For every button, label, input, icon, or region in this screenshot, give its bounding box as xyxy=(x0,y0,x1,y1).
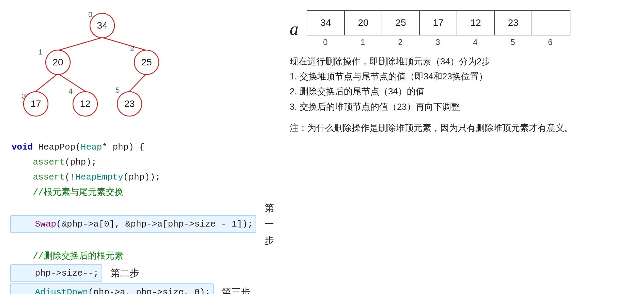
array-cell-2: 25 xyxy=(382,11,420,35)
svg-line-1 xyxy=(102,37,147,50)
svg-line-2 xyxy=(36,74,58,91)
code-function-sig: void HeapPop(Heap* php) { xyxy=(10,140,276,155)
array-index-2: 2 xyxy=(382,37,419,47)
array-cell-3: 17 xyxy=(420,11,457,35)
array-cell-4: 12 xyxy=(457,11,495,35)
array-index-0: 0 xyxy=(307,37,344,47)
svg-text:1: 1 xyxy=(38,48,42,56)
array-index-1: 1 xyxy=(344,37,382,47)
desc-line2: 1. 交换堆顶节点与尾节点的值（即34和23换位置） xyxy=(290,69,634,84)
description-block: 现在进行删除操作，即删除堆顶元素（34）分为2步 1. 交换堆顶节点与尾节点的值… xyxy=(290,54,634,114)
code-size-line: php->size--; 第二步 xyxy=(10,264,276,283)
array-cells: 34 20 25 17 12 23 xyxy=(307,10,570,35)
desc-line3: 2. 删除交换后的尾节点（34）的值 xyxy=(290,84,634,99)
array-cell-6 xyxy=(532,11,570,35)
desc-line1: 现在进行删除操作，即删除堆顶元素（34）分为2步 xyxy=(290,54,634,69)
step1-label: 第一步 xyxy=(264,200,276,249)
array-index-3: 3 xyxy=(419,37,457,47)
array-cell-0: 34 xyxy=(307,11,345,35)
tree-diagram: 34 0 20 1 25 2 17 3 12 4 xyxy=(17,7,187,136)
note-text: 注：为什么删除操作是删除堆顶元素，因为只有删除堆顶元素才有意义。 xyxy=(290,121,634,135)
array-wrapper: 34 20 25 17 12 23 0 1 2 3 4 5 6 xyxy=(307,10,570,47)
step2-label: 第二步 xyxy=(110,265,139,281)
svg-text:2: 2 xyxy=(130,44,134,53)
code-block: void HeapPop(Heap* php) { assert(php); a… xyxy=(10,140,276,294)
code-swap-line: Swap(&php->a[0], &php->a[php->size - 1])… xyxy=(10,200,276,249)
svg-text:25: 25 xyxy=(141,57,152,67)
note-block: 注：为什么删除操作是删除堆顶元素，因为只有删除堆顶元素才有意义。 xyxy=(290,121,634,135)
svg-text:5: 5 xyxy=(116,86,120,94)
array-indices: 0 1 2 3 4 5 6 xyxy=(307,37,570,47)
array-cell-1: 20 xyxy=(345,11,382,35)
code-assert2: assert(!HeapEmpty(php)); xyxy=(10,170,276,185)
array-cell-5: 23 xyxy=(495,11,532,35)
array-label: a xyxy=(290,19,298,39)
svg-line-0 xyxy=(58,37,102,50)
svg-line-4 xyxy=(129,74,147,91)
svg-text:0: 0 xyxy=(88,10,92,19)
svg-text:12: 12 xyxy=(80,98,90,109)
code-adjust-line: AdjustDown(php->a, php->size, 0); 第三步 xyxy=(10,283,276,294)
code-comment1: //根元素与尾元素交换 xyxy=(10,185,276,200)
svg-text:34: 34 xyxy=(97,20,107,31)
array-index-6: 6 xyxy=(532,37,569,47)
svg-text:20: 20 xyxy=(52,57,63,67)
code-comment2: //删除交换后的根元素 xyxy=(10,249,276,264)
step3-label: 第三步 xyxy=(222,284,250,294)
array-section: a 34 20 25 17 12 23 0 1 2 3 4 5 xyxy=(290,10,634,47)
code-assert1: assert(php); xyxy=(10,155,276,170)
svg-text:17: 17 xyxy=(30,98,41,109)
svg-text:23: 23 xyxy=(124,98,135,109)
array-index-4: 4 xyxy=(457,37,494,47)
array-index-5: 5 xyxy=(494,37,532,47)
svg-text:3: 3 xyxy=(22,92,26,100)
desc-line4: 3. 交换后的堆顶节点的值（23）再向下调整 xyxy=(290,99,634,114)
svg-text:4: 4 xyxy=(68,87,73,95)
